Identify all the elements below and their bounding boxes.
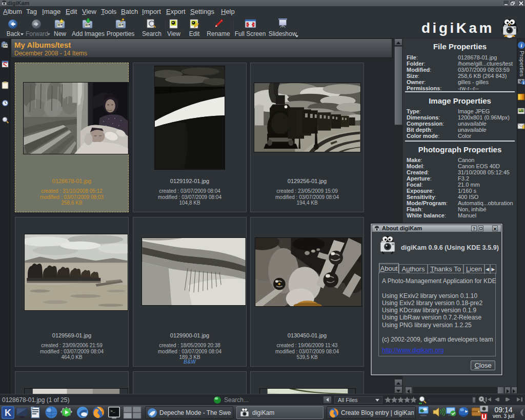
svg-text:K: K [5, 408, 11, 418]
svg-text:>_: >_ [110, 409, 115, 413]
